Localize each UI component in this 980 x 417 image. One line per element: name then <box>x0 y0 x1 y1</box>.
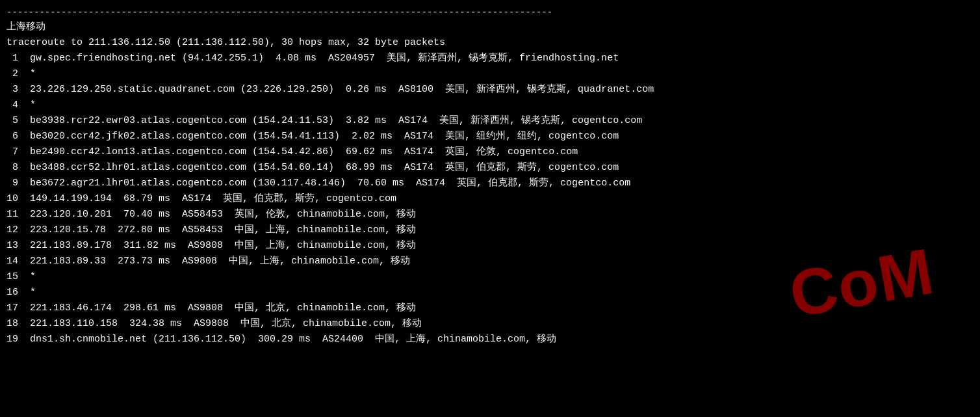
trace-line: 15 * <box>6 269 974 285</box>
trace-line: 12 223.120.15.78 272.80 ms AS58453 中国, 上… <box>6 222 974 238</box>
divider-line: ----------------------------------------… <box>6 5 974 20</box>
trace-line: 10 149.14.199.194 68.79 ms AS174 英国, 伯克郡… <box>6 191 974 207</box>
trace-line: 7 be2490.ccr42.lon13.atlas.cogentco.com … <box>6 144 974 160</box>
trace-line: 17 221.183.46.174 298.61 ms AS9808 中国, 北… <box>6 301 974 316</box>
trace-line: 4 * <box>6 98 974 113</box>
trace-line: 18 221.183.110.158 324.38 ms AS9808 中国, … <box>6 316 974 332</box>
trace-lines-container: 1 gw.spec.friendhosting.net (94.142.255.… <box>6 51 974 347</box>
trace-line: 1 gw.spec.friendhosting.net (94.142.255.… <box>6 51 974 66</box>
trace-line: 3 23.226.129.250.static.quadranet.com (2… <box>6 82 974 98</box>
traceroute-header: traceroute to 211.136.112.50 (211.136.11… <box>6 35 974 51</box>
trace-line: 13 221.183.89.178 311.82 ms AS9808 中国, 上… <box>6 238 974 254</box>
trace-line: 14 221.183.89.33 273.73 ms AS9808 中国, 上海… <box>6 254 974 269</box>
trace-line: 16 * <box>6 285 974 301</box>
terminal-container: ----------------------------------------… <box>6 5 974 347</box>
trace-line: 8 be3488.ccr52.lhr01.atlas.cogentco.com … <box>6 160 974 176</box>
trace-line: 2 * <box>6 66 974 82</box>
trace-line: 11 223.120.10.201 70.40 ms AS58453 英国, 伦… <box>6 207 974 222</box>
trace-line: 5 be3938.rcr22.ewr03.atlas.cogentco.com … <box>6 113 974 129</box>
section-title: 上海移动 <box>6 20 974 35</box>
trace-line: 19 dns1.sh.cnmobile.net (211.136.112.50)… <box>6 332 974 347</box>
trace-line: 9 be3672.agr21.lhr01.atlas.cogentco.com … <box>6 176 974 191</box>
trace-line: 6 be3020.ccr42.jfk02.atlas.cogentco.com … <box>6 129 974 144</box>
